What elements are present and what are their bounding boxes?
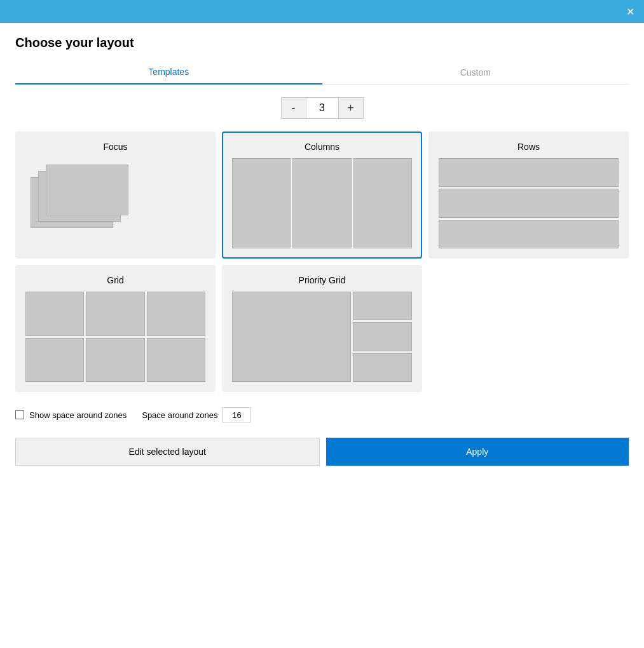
grid-zone-4	[25, 338, 84, 382]
checkbox-row: Show space around zones Space around zon…	[15, 402, 629, 428]
dialog-content: Choose your layout Templates Custom - 3 …	[0, 23, 644, 392]
layouts-grid-row2: Grid Priority Grid	[15, 265, 629, 392]
layout-card-rows[interactable]: Rows	[428, 132, 629, 259]
grid-preview	[25, 292, 205, 382]
layout-card-focus[interactable]: Focus	[15, 132, 216, 259]
row-zone-2	[439, 189, 619, 217]
grid-zone-5	[86, 338, 144, 382]
priority-left-zone	[232, 292, 351, 382]
show-space-text: Show space around zones	[29, 410, 127, 420]
layout-title-rows: Rows	[517, 142, 540, 152]
show-space-checkbox[interactable]	[15, 410, 24, 419]
priority-right-zones	[353, 292, 412, 382]
focus-rect-front	[46, 165, 128, 215]
show-space-label[interactable]: Show space around zones	[15, 410, 127, 420]
rows-preview	[439, 158, 619, 248]
dialog-title: Choose your layout	[15, 36, 629, 50]
columns-preview	[232, 158, 412, 248]
title-bar: ✕	[0, 0, 644, 23]
edit-layout-button[interactable]: Edit selected layout	[15, 438, 320, 466]
apply-button[interactable]: Apply	[326, 438, 629, 466]
focus-preview	[25, 158, 205, 248]
tabs-container: Templates Custom	[15, 60, 629, 84]
layout-card-empty	[428, 265, 629, 392]
priority-right-zone-3	[353, 353, 412, 382]
layout-card-priority-grid[interactable]: Priority Grid	[222, 265, 422, 392]
space-input[interactable]	[223, 407, 250, 422]
layout-card-columns[interactable]: Columns	[222, 132, 422, 259]
layout-title-focus: Focus	[103, 142, 127, 152]
bottom-section: Show space around zones Space around zon…	[0, 402, 644, 476]
col-zone-1	[232, 158, 291, 248]
grid-zone-1	[25, 292, 84, 336]
counter-row: - 3 +	[15, 97, 629, 119]
grid-zone-6	[147, 338, 205, 382]
row-zone-1	[439, 158, 619, 187]
layout-title-grid: Grid	[107, 275, 123, 285]
layout-card-grid[interactable]: Grid	[15, 265, 216, 392]
increment-button[interactable]: +	[338, 97, 364, 119]
close-button[interactable]: ✕	[622, 4, 638, 19]
decrement-button[interactable]: -	[281, 97, 306, 119]
layout-title-priority-grid: Priority Grid	[299, 275, 346, 285]
row-zone-3	[439, 220, 619, 248]
tab-templates[interactable]: Templates	[15, 60, 322, 84]
grid-zone-3	[147, 292, 205, 336]
priority-preview	[232, 292, 412, 382]
grid-zone-2	[86, 292, 144, 336]
col-zone-2	[292, 158, 351, 248]
button-row: Edit selected layout Apply	[15, 438, 629, 476]
space-around-container: Space around zones	[142, 407, 250, 422]
col-zone-3	[353, 158, 412, 248]
priority-right-zone-2	[353, 322, 412, 351]
counter-value: 3	[306, 97, 338, 119]
layouts-grid-row1: Focus Columns Rows	[15, 132, 629, 259]
space-around-text: Space around zones	[142, 410, 217, 420]
priority-right-zone-1	[353, 292, 412, 320]
layout-title-columns: Columns	[305, 142, 339, 152]
tab-custom[interactable]: Custom	[322, 60, 629, 84]
